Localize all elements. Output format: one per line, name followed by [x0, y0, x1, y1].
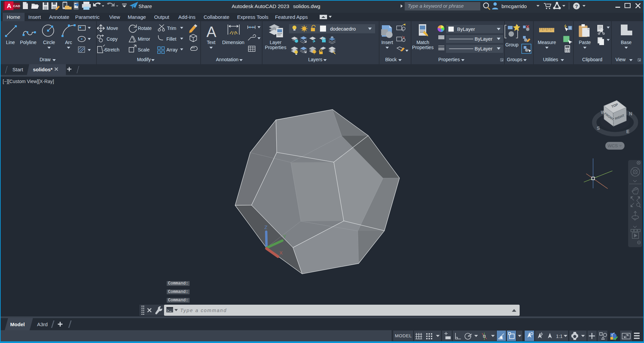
- svg-text:S: S: [597, 125, 600, 131]
- svg-text:Y: Y: [283, 233, 286, 239]
- svg-text:Type a command: Type a command: [180, 308, 227, 313]
- svg-text:X: X: [279, 250, 283, 256]
- svg-text:WCS: WCS: [608, 143, 618, 148]
- svg-text:Z: Z: [264, 224, 267, 230]
- svg-text:E: E: [626, 129, 629, 134]
- svg-text:N: N: [629, 111, 632, 116]
